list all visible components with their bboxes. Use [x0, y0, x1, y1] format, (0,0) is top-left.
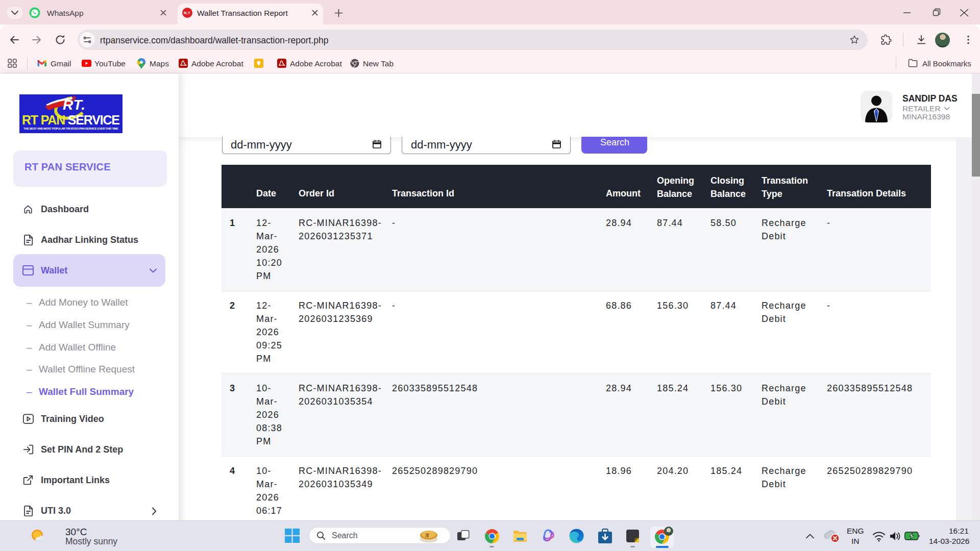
svg-text:RT PAN SERVICE: RT PAN SERVICE: [22, 113, 120, 127]
svg-text:RT.: RT.: [63, 97, 85, 113]
svg-text:THE BEST AND MOST POPULAR TRUS: THE BEST AND MOST POPULAR TRUSTED PAN SE…: [23, 127, 118, 130]
svg-text:π: π: [425, 531, 429, 539]
